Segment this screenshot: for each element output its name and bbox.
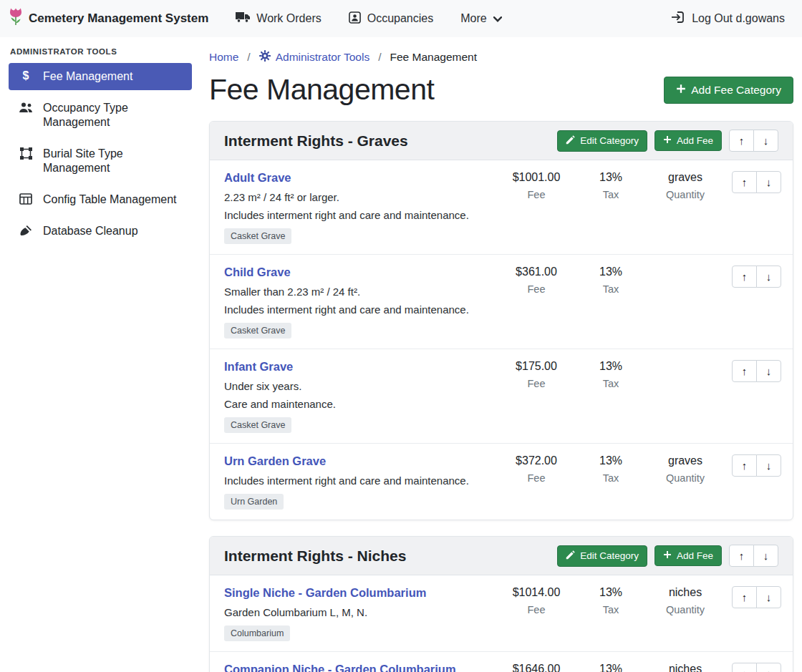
reorder-button-group: ↑↓ [732,586,781,608]
add-fee-button[interactable]: Add Fee [654,545,722,566]
fee-quantity-label: Quantity [648,604,723,615]
dollar-icon: $ [19,70,33,82]
fee-tax-column: 13%Tax [574,663,648,672]
reorder-button-group: ↑↓ [732,663,781,672]
move-fee-down-button[interactable]: ↓ [756,171,781,193]
fee-tax-label: Tax [574,189,648,200]
category-header: Interment Rights - NichesEdit CategoryAd… [210,537,793,575]
fee-tag: Urn Garden [224,494,284,510]
fee-tax-label: Tax [574,604,648,615]
arrow-up-icon: ↑ [742,668,748,672]
sidebar-item-fee-management[interactable]: $ Fee Management [9,63,192,90]
move-fee-down-button[interactable]: ↓ [756,266,781,288]
add-fee-button[interactable]: Add Fee [654,130,722,151]
fee-info: Adult Grave2.23 m² / 24 ft² or larger.In… [224,171,499,244]
top-navbar: Cemetery Management System Work Orders O… [0,0,802,37]
sidebar-item-database-cleanup[interactable]: Database Cleanup [9,218,192,245]
move-fee-up-button[interactable]: ↑ [732,663,757,672]
logout-button[interactable]: Log Out d.gowans [672,11,785,26]
fee-amount-label: Fee [499,283,574,295]
fee-quantity-column: gravesQuantity [648,171,723,200]
tulip-logo-icon [9,7,23,30]
fee-description: Under six years. [224,380,492,392]
move-category-up-button[interactable]: ↑ [729,545,754,567]
fee-tax-value: 13% [574,663,648,672]
nav-item-label: Occupancies [367,12,434,25]
add-fee-label: Add Fee [677,550,713,561]
fee-amount-value: $372.00 [499,454,574,467]
logout-label: Log Out d.gowans [692,12,785,25]
arrow-down-icon: ↓ [763,550,769,561]
arrow-down-icon: ↓ [763,135,769,146]
fee-name-link[interactable]: Urn Garden Grave [224,454,326,468]
sidebar-item-label: Fee Management [43,69,132,84]
fee-info: Child GraveSmaller than 2.23 m² / 24 ft²… [224,266,499,339]
move-category-down-button[interactable]: ↓ [753,130,778,152]
edit-category-label: Edit Category [580,550,639,561]
fee-tax-value: 13% [574,454,648,467]
fee-name-link[interactable]: Single Niche - Garden Columbarium [224,586,426,600]
table-icon [19,193,33,205]
sidebar-item-label: Occupancy Type Management [43,101,182,130]
fee-amount-column: $361.00Fee [499,266,574,295]
fee-description: Smaller than 2.23 m² / 24 ft². [224,286,492,298]
fee-amount-column: $175.00Fee [499,360,574,389]
fee-quantity-value: niches [648,586,723,599]
arrow-up-icon: ↑ [739,550,745,561]
sidebar-item-label: Database Cleanup [43,224,138,238]
move-fee-up-button[interactable]: ↑ [732,586,757,608]
app-brand[interactable]: Cemetery Management System [9,7,208,30]
edit-category-label: Edit Category [580,135,639,146]
move-fee-up-button[interactable]: ↑ [732,171,757,193]
move-fee-down-button[interactable]: ↓ [756,586,781,608]
sidebar-item-occupancy-type-management[interactable]: Occupancy Type Management [9,94,192,136]
sidebar-item-config-table-management[interactable]: Config Table Management [9,186,192,213]
nav-item-occupancies[interactable]: Occupancies [349,11,434,26]
fee-name-link[interactable]: Adult Grave [224,171,291,185]
move-category-down-button[interactable]: ↓ [753,545,778,567]
move-fee-down-button[interactable]: ↓ [756,454,781,477]
fee-quantity-column: nichesQuantity [648,586,723,615]
fee-tag: Columbarium [224,625,290,641]
fee-row: Urn Garden GraveIncludes interment right… [210,444,793,520]
sidebar-item-burial-site-type-management[interactable]: Burial Site Type Management [9,140,192,182]
fee-name-link[interactable]: Child Grave [224,266,291,279]
reorder-button-group: ↑↓ [729,130,778,152]
fee-name-link[interactable]: Infant Grave [224,360,293,374]
fee-tax-label: Tax [574,472,648,484]
edit-category-button[interactable]: Edit Category [557,545,647,567]
edit-category-button[interactable]: Edit Category [557,130,647,152]
breadcrumb-admin-tools-link[interactable]: Administrator Tools [259,50,370,64]
nav-item-label: Work Orders [256,12,321,25]
fee-name-link[interactable]: Companion Niche - Garden Columbarium [224,663,456,672]
pencil-icon [566,550,575,562]
fee-description: Includes interment right and care and ma… [224,474,492,487]
fee-tag: Casket Grave [224,228,291,244]
nav-item-work-orders[interactable]: Work Orders [236,11,321,26]
fee-amount-column: $1014.00Fee [499,586,574,615]
fee-tax-column: 13%Tax [574,360,648,389]
arrow-down-icon: ↓ [766,668,772,672]
move-category-up-button[interactable]: ↑ [729,130,754,152]
fee-reorder-controls: ↑↓ [723,266,781,288]
reorder-button-group: ↑↓ [732,360,781,382]
move-fee-up-button[interactable]: ↑ [732,266,757,288]
fee-tax-value: 13% [574,266,648,278]
arrow-down-icon: ↓ [766,177,772,188]
breadcrumb-home-link[interactable]: Home [209,51,238,64]
fee-quantity-label: Quantity [648,189,723,200]
move-fee-up-button[interactable]: ↑ [732,360,757,382]
category-actions: Edit CategoryAdd Fee↑↓ [557,130,778,152]
move-fee-down-button[interactable]: ↓ [756,360,781,382]
arrow-up-icon: ↑ [742,271,748,282]
nav-item-more[interactable]: More [460,12,501,25]
fee-amount-label: Fee [499,189,574,200]
fee-reorder-controls: ↑↓ [723,360,781,382]
fee-description: Includes interment right and care and ma… [224,303,492,316]
move-fee-up-button[interactable]: ↑ [732,454,757,477]
add-fee-category-button[interactable]: Add Fee Category [664,77,793,104]
fee-info: Companion Niche - Garden ColumbariumGard… [224,663,499,672]
breadcrumb-separator: / [247,51,250,64]
move-fee-down-button[interactable]: ↓ [756,663,781,672]
truck-icon [236,11,250,26]
